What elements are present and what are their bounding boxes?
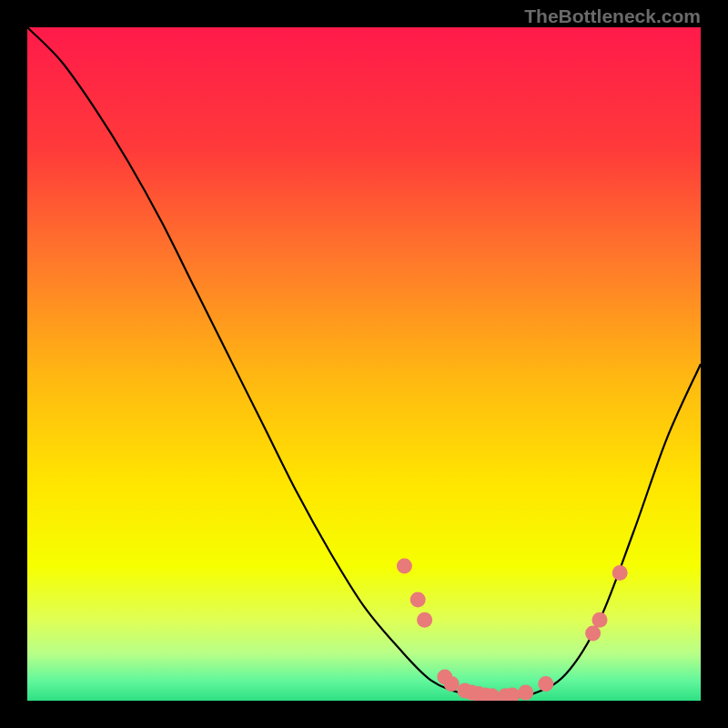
data-marker (538, 676, 553, 692)
data-marker (518, 685, 533, 701)
bottleneck-curve (27, 27, 701, 697)
data-marker (410, 592, 426, 608)
data-marker (585, 626, 601, 642)
data-marker (592, 612, 608, 628)
data-marker (612, 565, 628, 581)
plot-area (27, 27, 701, 701)
data-marker (444, 676, 460, 692)
chart-container: TheBottleneck.com (0, 0, 728, 728)
data-marker (417, 612, 432, 628)
curve-layer (27, 27, 701, 701)
data-marker (397, 559, 412, 574)
watermark-text: TheBottleneck.com (524, 5, 701, 27)
